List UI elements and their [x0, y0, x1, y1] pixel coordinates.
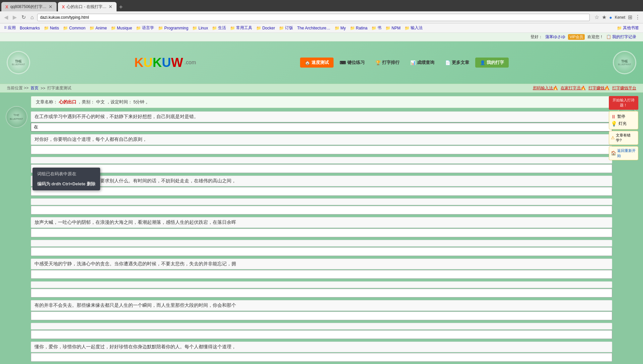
- right-flower-circle: THE BLUEPRINT: [613, 51, 636, 74]
- input-line-9[interactable]: [31, 289, 612, 297]
- menu-icon[interactable]: ⋮: [635, 14, 640, 20]
- start-input-banner[interactable]: 开始输入打诗题！: [609, 96, 638, 110]
- paragraph-4: 有人功利，有人善良，你不可能要求别人什么。有时间的话，不妨到处走走，在雄伟的高山…: [31, 176, 612, 196]
- extensions-icon[interactable]: ⊞: [628, 14, 632, 20]
- bookmark-programming[interactable]: 📁 Programming: [157, 25, 190, 31]
- text-line-4: 有人功利，有人善良，你不可能要求别人什么。有时间的话，不妨到处走走，在雄伟的高山…: [31, 176, 612, 186]
- user-label: Kenet: [615, 15, 625, 20]
- nav-more-articles[interactable]: 📄 更多文章: [440, 58, 474, 68]
- input-line-7[interactable]: [31, 247, 612, 256]
- nav-my-typing[interactable]: 👤 我的打字: [475, 58, 509, 68]
- nav-score-query[interactable]: 📊 成绩查询: [406, 58, 439, 68]
- breadcrumb-link-input[interactable]: 邪码输入法🔥: [533, 85, 558, 91]
- breadcrumb-current: 打字速度测试: [47, 85, 71, 91]
- input-line-4[interactable]: [31, 187, 612, 196]
- back-button[interactable]: ◀: [3, 13, 9, 21]
- bookmark-anime[interactable]: 📁 Anime: [88, 25, 108, 31]
- home-button[interactable]: ⌂: [29, 14, 35, 21]
- bookmark-life[interactable]: 📁 生活: [211, 25, 227, 31]
- document-icon: 📄: [445, 60, 450, 65]
- article-name-label: 文章名称：: [36, 99, 58, 104]
- input-line-3[interactable]: [31, 164, 612, 173]
- bookmark-musique[interactable]: 📁 Musique: [110, 25, 133, 31]
- bookmark-linux[interactable]: 📁 Linux: [191, 25, 209, 31]
- address-bar[interactable]: [37, 14, 590, 21]
- breadcrumb-home[interactable]: 首页: [30, 85, 39, 91]
- bookmark-input[interactable]: 📁 输入法: [403, 25, 424, 31]
- input-line-5[interactable]: [31, 206, 612, 214]
- breadcrumb-link-home-typing[interactable]: 在家打字员🔥: [561, 85, 586, 91]
- nav-speed-test[interactable]: 🏠 速度测试: [300, 58, 334, 68]
- bookmark-docker[interactable]: 📁 Docker: [255, 25, 276, 31]
- input-line-11[interactable]: [31, 330, 612, 339]
- tab-close-active-button[interactable]: ✕: [109, 4, 113, 9]
- input-line-1[interactable]: [31, 123, 612, 131]
- reload-button[interactable]: ↻: [20, 13, 27, 21]
- paragraph-12: 懂你，爱你，珍惜你的人一起度过，好好珍惜在你身边默默陪着你的人。每个人都懂得这个…: [31, 342, 612, 362]
- tab-close-button[interactable]: ✕: [49, 4, 53, 9]
- article-type-label: ，类别：: [77, 99, 95, 104]
- input-line-6[interactable]: [31, 229, 612, 237]
- left-side-circle: THE BLUEPRINT: [6, 106, 27, 128]
- tab-title: qq8087506的打字…: [10, 4, 47, 10]
- nav-keyboard-practice[interactable]: ⌨ 键位练习: [335, 58, 369, 68]
- restart-button[interactable]: 🏠 返回重新开始: [609, 146, 638, 160]
- article-title: 心的出口: [59, 99, 76, 104]
- left-decoration: THE BLUEPRINT: [7, 44, 30, 81]
- light-button[interactable]: 💡 灯光: [611, 120, 636, 127]
- tab-active[interactable]: X 心的出口 - 在线打字… ✕: [58, 2, 117, 11]
- context-menu-item-1[interactable]: 词组已在码表中原在: [32, 169, 100, 179]
- input-line-12[interactable]: [31, 353, 612, 362]
- bookmark-others[interactable]: 📁 其他书签: [616, 25, 640, 31]
- chart-icon: 📊: [410, 60, 416, 65]
- breadcrumb-link-earn[interactable]: 打字赚钱🔥: [588, 85, 610, 91]
- breadcrumb-sep: >>: [41, 86, 45, 91]
- input-line-8[interactable]: [31, 270, 612, 279]
- study-button[interactable]: ⚠ 文章有错学?: [609, 131, 638, 145]
- typing-area: 词组已在码表中原在 编码为 drdh Ctrl+Delete 删除 在工作或学习…: [31, 111, 612, 364]
- folder-icon-programming: 📁: [158, 26, 163, 30]
- input-line-2[interactable]: [31, 146, 612, 154]
- paragraph-7: [31, 240, 612, 256]
- folder-icon-common: 📁: [63, 26, 68, 30]
- context-menu-item-2[interactable]: 编码为 drdh Ctrl+Delete 删除: [32, 179, 100, 189]
- username-link[interactable]: 蒲苯ゆさゆ: [545, 34, 565, 40]
- bookmark-bookmarks[interactable]: Bookmarks: [18, 25, 41, 31]
- login-prompt: 登好：: [530, 34, 543, 40]
- nav-typing-rank[interactable]: 🏆 打字排行: [371, 58, 404, 68]
- my-records-link[interactable]: 📋 我的打字记录: [606, 34, 636, 40]
- bookmark-common[interactable]: 📁 Common: [62, 25, 87, 31]
- input-line-10[interactable]: [31, 311, 612, 320]
- logo-u1: U: [143, 56, 152, 70]
- right-flower-text: THE BLUEPRINT: [618, 60, 631, 66]
- warning-icon: ⚠: [611, 135, 615, 140]
- bookmark-my[interactable]: 📁 My: [333, 25, 347, 31]
- context-menu[interactable]: 词组已在码表中原在 编码为 drdh Ctrl+Delete 删除: [32, 168, 100, 190]
- pause-button[interactable]: ⏸ 暂停: [611, 113, 636, 120]
- bookmark-apps[interactable]: ⠿ 应用: [3, 25, 17, 31]
- tab-inactive[interactable]: X qq8087506的打字… ✕: [1, 2, 57, 11]
- bookmark-ratina[interactable]: 📁 Ratina: [349, 25, 369, 31]
- forward-button[interactable]: ▶: [11, 13, 18, 21]
- folder-icon-docker: 📁: [256, 26, 261, 30]
- article-info-bar: 文章名称： 心的出口 ，类别： 中文 ，设定时间： 5分钟 。: [31, 96, 612, 108]
- person-icon: 👤: [480, 60, 485, 65]
- site-logo[interactable]: KUKUW .com: [134, 56, 196, 70]
- new-tab-button[interactable]: ＋: [118, 3, 124, 11]
- bookmark-tools[interactable]: 📁 常用工具: [229, 25, 254, 31]
- bookmark-order[interactable]: 📁 订饭: [278, 25, 294, 31]
- breadcrumb-right-links: 邪码输入法🔥 在家打字员🔥 打字赚钱🔥 打字赚钱平台: [533, 85, 636, 91]
- bookmark-netis[interactable]: 📁 Netis: [43, 25, 60, 31]
- star-icon[interactable]: ☆: [594, 14, 599, 20]
- folder-icon-life: 📁: [212, 26, 217, 30]
- page-wrapper: 登好： 蒲苯ゆさゆ VIP会员 欢迎您！ 📋 我的打字记录 THE BLUEPR…: [0, 33, 643, 364]
- logo-w: W: [171, 56, 183, 70]
- text-line-6: 放声大喊，一吐心中的阴郁，在浪漫的大海之间，看潮起潮落，感悟人生的起伏跌宕，在落…: [31, 217, 612, 228]
- bookmark-icon[interactable]: ★: [602, 14, 606, 20]
- breadcrumb-link-platform[interactable]: 打字赚钱平台: [612, 85, 636, 91]
- bookmark-npm[interactable]: 📁 NPM: [384, 25, 402, 31]
- bookmark-architecture[interactable]: The Architecture…: [296, 25, 332, 31]
- text-line-8: 中感受天地的宁静，洗涤心中的贪念。当你遭遇失恋的时候，不要太悲伤，失去的并非能忘…: [31, 259, 612, 269]
- bookmark-linguistics[interactable]: 📁 语言学: [135, 25, 155, 31]
- bookmark-books[interactable]: 📁 书: [370, 25, 383, 31]
